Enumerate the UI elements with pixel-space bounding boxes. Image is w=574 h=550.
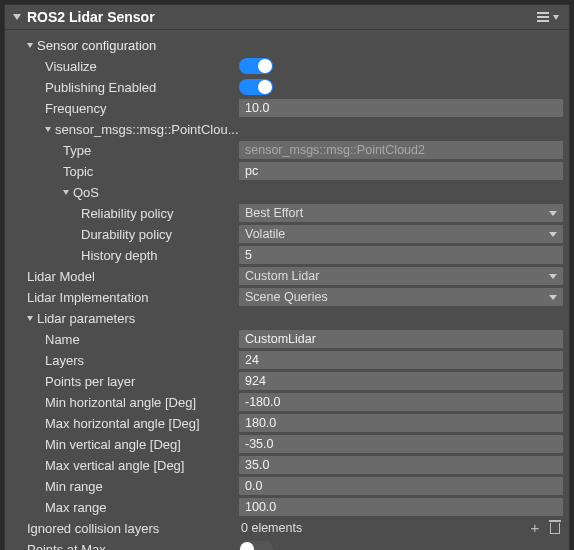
min-v-angle-input[interactable] [239,435,563,453]
publishing-toggle[interactable] [239,79,273,95]
section-label: QoS [73,185,99,200]
min-range-input[interactable] [239,477,563,495]
name-input[interactable] [239,330,563,348]
field-label: Name [45,332,80,347]
lidar-impl-row: Lidar Implementation Scene Queries [11,287,563,307]
chevron-down-icon [553,15,559,20]
layers-input[interactable] [239,351,563,369]
field-label: Min horizontal angle [Deg] [45,395,196,410]
panel-header: ROS2 Lidar Sensor [5,5,569,30]
pointcloud-section[interactable]: sensor_msgs::msg::PointClou... [11,119,563,139]
maxv-row: Max vertical angle [Deg] [11,455,563,475]
max-v-angle-input[interactable] [239,456,563,474]
sensor-config-section[interactable]: Sensor configuration [11,35,563,55]
field-label: Points per layer [45,374,135,389]
type-input [239,141,563,159]
chevron-down-icon [549,295,557,300]
chevron-down-icon [63,190,69,195]
section-label: sensor_msgs::msg::PointClou... [55,122,239,137]
trash-icon [550,522,560,534]
select-value: Scene Queries [245,290,328,304]
ros2-lidar-panel: ROS2 Lidar Sensor Sensor configuration V… [4,4,570,550]
name-row: Name [11,329,563,349]
field-label: Publishing Enabled [45,80,156,95]
field-label: Reliability policy [81,206,173,221]
minrange-row: Min range [11,476,563,496]
points-at-max-toggle[interactable] [239,541,273,550]
maxrange-row: Max range [11,497,563,517]
layers-row: Layers [11,350,563,370]
visualize-toggle[interactable] [239,58,273,74]
visualize-row: Visualize [11,56,563,76]
plus-icon: + [531,521,540,535]
select-value: Volatile [245,227,285,241]
panel-title: ROS2 Lidar Sensor [27,9,535,25]
field-label: History depth [81,248,158,263]
chevron-down-icon [27,43,33,48]
field-label: Visualize [45,59,97,74]
durability-select[interactable]: Volatile [239,225,563,243]
field-label: Min range [45,479,103,494]
points-per-layer-input[interactable] [239,372,563,390]
history-row: History depth [11,245,563,265]
panel-menu-button[interactable] [535,10,561,24]
field-label: Type [63,143,91,158]
menu-icon [537,12,549,22]
topic-row: Topic [11,161,563,181]
field-label: Lidar Implementation [27,290,148,305]
reliability-row: Reliability policy Best Effort [11,203,563,223]
lidar-impl-select[interactable]: Scene Queries [239,288,563,306]
chevron-down-icon[interactable] [13,14,21,20]
lidar-model-row: Lidar Model Custom Lidar [11,266,563,286]
qos-section[interactable]: QoS [11,182,563,202]
minh-row: Min horizontal angle [Deg] [11,392,563,412]
section-label: Lidar parameters [37,311,135,326]
minv-row: Min vertical angle [Deg] [11,434,563,454]
ignored-layers-row: Ignored collision layers 0 elements + [11,518,563,538]
chevron-down-icon [549,274,557,279]
field-label: Durability policy [81,227,172,242]
field-label: Topic [63,164,93,179]
select-value: Best Effort [245,206,303,220]
chevron-down-icon [549,232,557,237]
field-label: Max horizontal angle [Deg] [45,416,200,431]
topic-input[interactable] [239,162,563,180]
lidar-params-section[interactable]: Lidar parameters [11,308,563,328]
durability-row: Durability policy Volatile [11,224,563,244]
select-value: Custom Lidar [245,269,319,283]
chevron-down-icon [45,127,51,132]
min-h-angle-input[interactable] [239,393,563,411]
frequency-row: Frequency [11,98,563,118]
reliability-select[interactable]: Best Effort [239,204,563,222]
type-row: Type [11,140,563,160]
add-layer-button[interactable]: + [527,520,543,536]
elements-count: 0 elements [239,521,523,535]
ppl-row: Points per layer [11,371,563,391]
chevron-down-icon [549,211,557,216]
points-at-max-row: Points at Max [11,539,563,550]
chevron-down-icon [27,316,33,321]
field-label: Ignored collision layers [27,521,159,536]
field-label: Min vertical angle [Deg] [45,437,181,452]
history-input[interactable] [239,246,563,264]
frequency-input[interactable] [239,99,563,117]
field-label: Lidar Model [27,269,95,284]
max-range-input[interactable] [239,498,563,516]
delete-layer-button[interactable] [547,520,563,536]
field-label: Points at Max [27,542,106,551]
max-h-angle-input[interactable] [239,414,563,432]
panel-body: Sensor configuration Visualize Publishin… [5,30,569,550]
field-label: Frequency [45,101,106,116]
maxh-row: Max horizontal angle [Deg] [11,413,563,433]
lidar-model-select[interactable]: Custom Lidar [239,267,563,285]
field-label: Max vertical angle [Deg] [45,458,184,473]
field-label: Max range [45,500,106,515]
field-label: Layers [45,353,84,368]
publishing-row: Publishing Enabled [11,77,563,97]
section-label: Sensor configuration [37,38,156,53]
